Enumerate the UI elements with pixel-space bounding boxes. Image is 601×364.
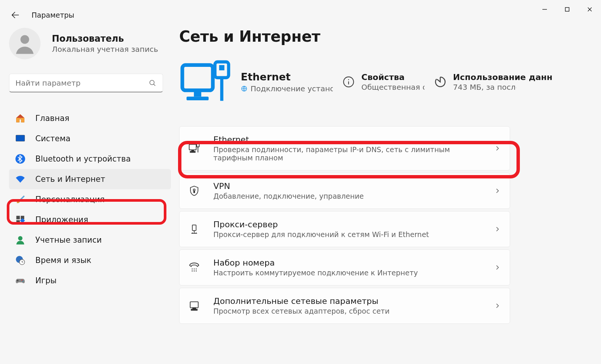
svg-rect-50 [191,309,197,310]
svg-rect-12 [17,220,20,224]
svg-line-6 [154,84,155,85]
row-dialup[interactable]: Набор номера Настроить коммутируемое под… [179,249,510,285]
usage-label: Использование данн [453,72,516,82]
nav-item-personalization[interactable]: Персонализация [9,189,171,210]
accounts-icon [15,235,26,245]
svg-rect-48 [190,302,198,308]
settings-rows: Ethernet Проверка подлинности, параметры… [179,126,519,324]
gamepad-icon [15,275,26,286]
vpn-shield-icon [188,184,201,197]
status-adapter-name: Ethernet [241,71,333,83]
row-title: Прокси-сервер [213,220,481,229]
nav-list: Главная Система Bluetooth и устройства С… [9,108,171,291]
svg-point-14 [18,236,23,241]
brush-icon [15,194,26,205]
sidebar: Пользователь Локальная учетная запись Гл… [0,28,171,324]
nav-item-system[interactable]: Система [9,128,171,149]
ethernet-icon [188,142,201,155]
window-controls [533,0,601,19]
page-title: Сеть и Интернет [179,28,601,45]
svg-rect-1 [565,8,569,11]
svg-rect-19 [182,65,213,90]
chevron-right-icon [494,226,501,233]
row-subtitle: Настроить коммутируемое подключение к Ин… [213,269,481,277]
bluetooth-icon [15,154,26,164]
svg-rect-21 [187,97,209,100]
row-subtitle: Добавление, подключение, управление [213,192,481,200]
nav-label: Система [35,134,71,143]
close-button[interactable] [578,0,601,19]
minimize-button[interactable] [533,0,556,19]
row-ethernet[interactable]: Ethernet Проверка подлинности, параметры… [179,126,510,171]
app-title: Параметры [32,11,74,19]
row-title: VPN [213,181,481,191]
status-properties[interactable]: Свойства Общественная се [342,72,424,92]
nav-label: Персонализация [35,195,105,204]
svg-rect-35 [194,191,195,193]
nav-item-gaming[interactable]: Игры [9,270,171,291]
svg-point-5 [150,80,154,85]
nav-label: Bluetooth и устройства [35,154,131,163]
nav-item-apps[interactable]: Приложения [9,210,171,230]
row-title: Дополнительные сетевые параметры [213,296,481,306]
nav-item-time-language[interactable]: Время и язык [9,250,171,270]
svg-rect-20 [194,90,201,97]
nav-item-accounts[interactable]: Учетные записи [9,230,171,250]
info-icon [342,75,355,89]
system-icon [15,133,26,144]
row-subtitle: Проверка подлинности, параметры IP-и DNS… [213,145,481,162]
row-advanced[interactable]: Дополнительные сетевые параметры Просмот… [179,288,510,324]
proxy-icon [188,223,201,236]
profile-username: Пользователь [52,33,158,44]
status-connection-text: Подключение устано [251,84,333,93]
dialup-phone-icon [188,261,201,274]
chevron-right-icon [494,302,501,309]
nav-item-home[interactable]: Главная [9,108,171,128]
nav-item-network[interactable]: Сеть и Интернет [9,169,171,189]
globe-clock-icon [15,255,26,266]
globe-icon [241,85,248,92]
network-large-icon [179,56,232,108]
search-input[interactable] [15,79,148,88]
profile-account-type: Локальная учетная запись [52,45,158,54]
status-primary[interactable]: Ethernet Подключение устано [241,71,333,93]
svg-point-28 [348,79,349,80]
chevron-right-icon [494,187,501,194]
nav-item-bluetooth[interactable]: Bluetooth и устройства [9,149,171,169]
nav-label: Игры [35,276,57,285]
nav-label: Время и язык [35,256,91,265]
maximize-button[interactable] [556,0,578,19]
properties-value: Общественная се [361,83,424,92]
home-icon [15,113,26,124]
row-subtitle: Просмотр всех сетевых адаптеров, сброс с… [213,307,481,315]
nav-label: Приложения [35,215,88,224]
row-title: Набор номера [213,258,481,267]
avatar-icon [9,28,41,59]
search-icon [148,79,157,87]
nav-label: Главная [35,114,69,123]
nav-label: Сеть и Интернет [35,175,105,184]
nav-label: Учетные записи [35,236,102,245]
svg-point-4 [20,35,29,44]
topbar: Параметры [0,0,601,21]
search-box[interactable] [9,74,163,92]
status-usage[interactable]: Использование данн 743 МБ, за последние … [433,72,516,92]
svg-point-18 [22,281,23,282]
svg-rect-23 [219,65,224,70]
profile-block[interactable]: Пользователь Локальная учетная запись [9,28,171,59]
svg-rect-32 [197,143,199,147]
svg-rect-29 [189,144,196,150]
back-button[interactable] [9,9,21,21]
svg-rect-36 [192,225,196,231]
svg-rect-24 [220,78,223,101]
row-subtitle: Прокси-сервер для подключений к сетям Wi… [213,230,481,239]
data-usage-icon [433,75,447,89]
chevron-right-icon [494,264,501,271]
svg-rect-31 [190,151,195,153]
row-vpn[interactable]: VPN Добавление, подключение, управление [179,173,510,209]
row-proxy[interactable]: Прокси-сервер Прокси-сервер для подключе… [179,211,510,247]
properties-label: Свойства [361,72,424,82]
main-content: Сеть и Интернет Ethernet Подключение уст… [171,28,601,324]
wifi-icon [15,174,26,184]
svg-rect-7 [16,135,24,141]
